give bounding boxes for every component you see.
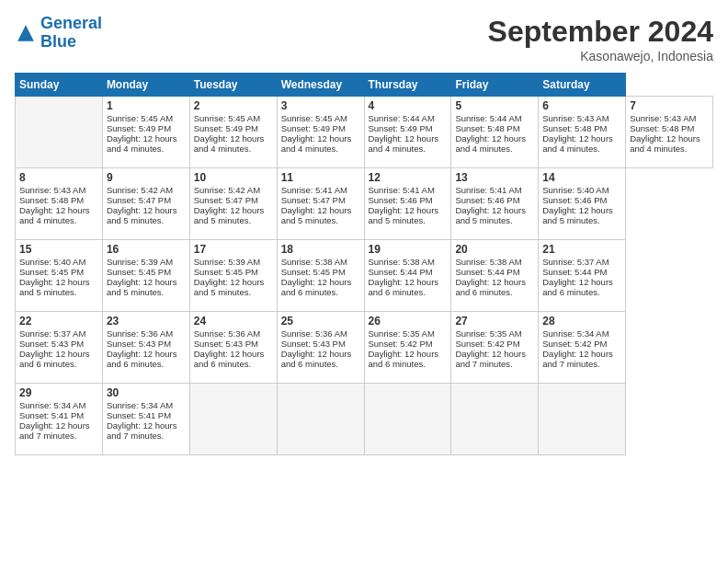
sunset-text: Sunset: 5:43 PM: [281, 339, 346, 349]
sunrise-text: Sunrise: 5:36 AM: [281, 328, 347, 339]
daylight-text: Daylight: 12 hours and 7 minutes.: [107, 420, 177, 441]
calendar-cell: 8Sunrise: 5:43 AMSunset: 5:48 PMDaylight…: [16, 168, 103, 240]
calendar-cell: [364, 384, 451, 455]
week-row-3: 22Sunrise: 5:37 AMSunset: 5:43 PMDayligh…: [16, 312, 713, 384]
calendar-cell: 18Sunrise: 5:38 AMSunset: 5:45 PMDayligh…: [277, 240, 364, 312]
sunrise-text: Sunrise: 5:41 AM: [369, 185, 435, 195]
sunset-text: Sunset: 5:49 PM: [194, 123, 258, 133]
calendar-table: Sunday Monday Tuesday Wednesday Thursday…: [15, 73, 713, 455]
calendar-cell: 30Sunrise: 5:34 AMSunset: 5:41 PMDayligh…: [102, 384, 189, 455]
day-number: 12: [369, 171, 448, 184]
day-number: 16: [107, 243, 186, 256]
logo-blue: Blue: [40, 32, 76, 51]
sunset-text: Sunset: 5:44 PM: [455, 267, 519, 277]
daylight-text: Daylight: 12 hours and 5 minutes.: [107, 277, 177, 297]
day-number: 30: [107, 386, 186, 399]
calendar-cell: 15Sunrise: 5:40 AMSunset: 5:45 PMDayligh…: [16, 240, 103, 312]
sunrise-text: Sunrise: 5:38 AM: [281, 257, 347, 267]
sunrise-text: Sunrise: 5:36 AM: [194, 328, 260, 339]
sunrise-text: Sunrise: 5:36 AM: [107, 328, 173, 339]
sunset-text: Sunset: 5:42 PM: [542, 339, 607, 349]
sunset-text: Sunset: 5:43 PM: [19, 339, 84, 349]
sunset-text: Sunset: 5:42 PM: [369, 339, 433, 349]
header-wednesday: Wednesday: [277, 74, 364, 97]
sunrise-text: Sunrise: 5:41 AM: [281, 185, 347, 195]
location: Kasonawejo, Indonesia: [488, 49, 713, 63]
sunrise-text: Sunrise: 5:34 AM: [107, 400, 173, 410]
calendar-cell: 4Sunrise: 5:44 AMSunset: 5:49 PMDaylight…: [364, 97, 451, 168]
calendar-cell: 16Sunrise: 5:39 AMSunset: 5:45 PMDayligh…: [102, 240, 189, 312]
calendar-cell: 17Sunrise: 5:39 AMSunset: 5:45 PMDayligh…: [189, 240, 277, 312]
daylight-text: Daylight: 12 hours and 4 minutes.: [455, 133, 526, 154]
sunset-text: Sunset: 5:49 PM: [369, 123, 433, 133]
daylight-text: Daylight: 12 hours and 7 minutes.: [455, 349, 526, 369]
daylight-text: Daylight: 12 hours and 6 minutes.: [194, 349, 265, 369]
day-number: 5: [455, 99, 534, 112]
calendar-cell: 25Sunrise: 5:36 AMSunset: 5:43 PMDayligh…: [277, 312, 364, 384]
logo-text: General Blue: [40, 15, 102, 52]
day-number: 10: [194, 171, 273, 184]
day-number: 4: [369, 99, 448, 112]
sunset-text: Sunset: 5:46 PM: [455, 195, 519, 205]
sunrise-text: Sunrise: 5:38 AM: [369, 257, 435, 267]
sunset-text: Sunset: 5:47 PM: [281, 195, 346, 205]
sunrise-text: Sunrise: 5:45 AM: [281, 113, 347, 123]
logo-general: General: [40, 14, 102, 32]
daylight-text: Daylight: 12 hours and 4 minutes.: [281, 133, 352, 154]
day-number: 20: [455, 243, 534, 256]
day-number: 2: [194, 99, 273, 112]
calendar-cell: 22Sunrise: 5:37 AMSunset: 5:43 PMDayligh…: [16, 312, 103, 384]
sunrise-text: Sunrise: 5:44 AM: [455, 113, 521, 123]
daylight-text: Daylight: 12 hours and 4 minutes.: [542, 133, 613, 154]
day-number: 23: [107, 315, 186, 327]
daylight-text: Daylight: 12 hours and 4 minutes.: [630, 133, 700, 154]
sunrise-text: Sunrise: 5:40 AM: [542, 185, 609, 195]
daylight-text: Daylight: 12 hours and 5 minutes.: [455, 205, 526, 225]
day-number: 29: [19, 386, 98, 399]
daylight-text: Daylight: 12 hours and 6 minutes.: [455, 277, 526, 297]
header-tuesday: Tuesday: [189, 74, 277, 97]
calendar-cell: 28Sunrise: 5:34 AMSunset: 5:42 PMDayligh…: [539, 312, 626, 384]
daylight-text: Daylight: 12 hours and 6 minutes.: [107, 349, 177, 369]
sunrise-text: Sunrise: 5:44 AM: [369, 113, 435, 123]
sunset-text: Sunset: 5:47 PM: [107, 195, 171, 205]
calendar-cell: 24Sunrise: 5:36 AMSunset: 5:43 PMDayligh…: [189, 312, 277, 384]
daylight-text: Daylight: 12 hours and 5 minutes.: [19, 277, 90, 297]
week-row-4: 29Sunrise: 5:34 AMSunset: 5:41 PMDayligh…: [16, 384, 713, 455]
sunrise-text: Sunrise: 5:40 AM: [19, 257, 85, 267]
sunset-text: Sunset: 5:49 PM: [281, 123, 346, 133]
week-row-0: 1Sunrise: 5:45 AMSunset: 5:49 PMDaylight…: [16, 97, 713, 168]
calendar-cell: 6Sunrise: 5:43 AMSunset: 5:48 PMDaylight…: [539, 97, 626, 168]
sunset-text: Sunset: 5:41 PM: [107, 410, 171, 420]
daylight-text: Daylight: 12 hours and 6 minutes.: [281, 277, 352, 297]
day-number: 26: [369, 315, 448, 327]
day-number: 22: [19, 315, 98, 327]
sunrise-text: Sunrise: 5:42 AM: [107, 185, 173, 195]
calendar-cell: 21Sunrise: 5:37 AMSunset: 5:44 PMDayligh…: [539, 240, 626, 312]
sunset-text: Sunset: 5:45 PM: [194, 267, 258, 277]
sunrise-text: Sunrise: 5:34 AM: [19, 400, 85, 410]
header-thursday: Thursday: [364, 74, 451, 97]
sunset-text: Sunset: 5:44 PM: [542, 267, 607, 277]
day-number: 3: [281, 99, 360, 112]
day-number: 24: [194, 315, 273, 327]
calendar-cell: [277, 384, 364, 455]
daylight-text: Daylight: 12 hours and 4 minutes.: [369, 133, 439, 154]
sunrise-text: Sunrise: 5:34 AM: [542, 328, 609, 339]
day-number: 18: [281, 243, 360, 256]
header-friday: Friday: [451, 74, 539, 97]
sunrise-text: Sunrise: 5:43 AM: [542, 113, 609, 123]
daylight-text: Daylight: 12 hours and 4 minutes.: [107, 133, 177, 154]
sunset-text: Sunset: 5:49 PM: [107, 123, 171, 133]
daylight-text: Daylight: 12 hours and 5 minutes.: [369, 205, 439, 225]
header-row-days: Sunday Monday Tuesday Wednesday Thursday…: [16, 74, 713, 97]
sunrise-text: Sunrise: 5:37 AM: [19, 328, 85, 339]
sunset-text: Sunset: 5:41 PM: [19, 410, 84, 420]
sunset-text: Sunset: 5:48 PM: [455, 123, 519, 133]
sunrise-text: Sunrise: 5:42 AM: [194, 185, 260, 195]
sunset-text: Sunset: 5:48 PM: [630, 123, 694, 133]
daylight-text: Daylight: 12 hours and 5 minutes.: [194, 205, 265, 225]
page-container: General Blue September 2024 Kasonawejo, …: [0, 0, 728, 463]
daylight-text: Daylight: 12 hours and 5 minutes.: [194, 277, 265, 297]
sunset-text: Sunset: 5:48 PM: [542, 123, 607, 133]
